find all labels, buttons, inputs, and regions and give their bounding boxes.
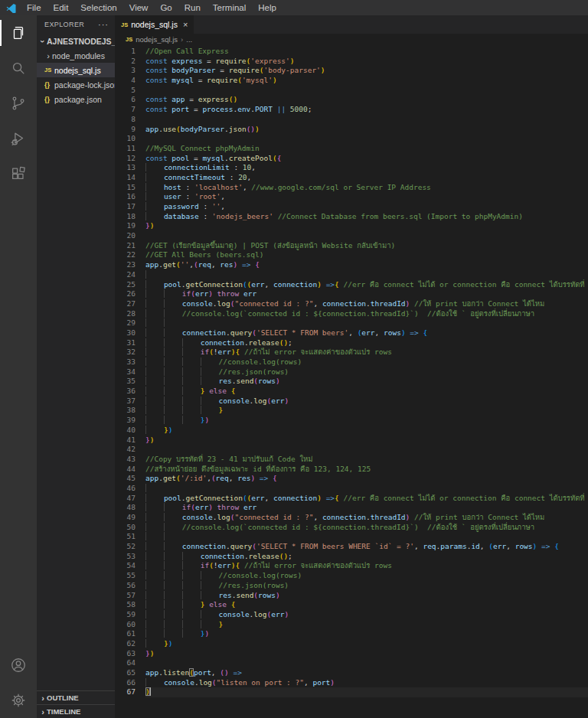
close-icon[interactable]: × [183, 20, 188, 29]
code-line[interactable]: const port = process.env.PORT || 5000; [145, 105, 588, 115]
code-line[interactable]: //console.log(rows) [145, 357, 588, 367]
code-line[interactable]: }) [145, 221, 588, 231]
line-number[interactable]: 16 [115, 192, 136, 202]
line-number[interactable]: 8 [115, 115, 136, 125]
line-number[interactable]: 32 [115, 348, 136, 357]
line-number[interactable]: 37 [115, 397, 136, 406]
line-number[interactable]: 43 [115, 455, 136, 465]
code-line[interactable]: if(!err){ //ถ้าไม่ error จะแสดงค่าของตัว… [145, 561, 588, 571]
code-line[interactable] [145, 134, 588, 144]
code-line[interactable]: //Open Call Express [145, 47, 588, 57]
tab-nodejs-sql[interactable]: JS nodejs_sql.js × [115, 15, 194, 34]
code-line[interactable]: app.get('/:id',(req, res) => { [145, 474, 588, 484]
menu-item-selection[interactable]: Selection [74, 0, 122, 15]
code-line[interactable]: ) [145, 687, 588, 697]
line-number[interactable]: 48 [115, 503, 136, 513]
code-line[interactable]: }) [145, 629, 588, 639]
line-number[interactable]: 22 [115, 250, 136, 260]
code-line[interactable]: const app = express() [145, 95, 588, 105]
code-line[interactable]: user : 'root', [145, 192, 588, 202]
file-row-nodejs-sql-js[interactable]: JSnodejs_sql.js [37, 63, 115, 77]
line-number[interactable]: 6 [115, 95, 136, 105]
code-line[interactable]: connectionLimit : 10, [145, 163, 588, 173]
line-number[interactable]: 31 [115, 338, 136, 348]
code-line[interactable]: connection.query('SELECT * FROM beers WH… [145, 542, 588, 552]
line-number[interactable]: 41 [115, 436, 136, 445]
more-actions-icon[interactable]: ··· [98, 21, 109, 28]
menu-item-edit[interactable]: Edit [47, 0, 75, 15]
file-row-package-lock-json[interactable]: {}package-lock.json [37, 77, 115, 92]
code-line[interactable] [145, 86, 588, 96]
code-line[interactable]: database : 'nodejs_beers' //Connect Data… [145, 212, 588, 222]
breadcrumb-file[interactable]: nodejs_sql.js [136, 35, 178, 44]
menu-item-run[interactable]: Run [178, 0, 207, 15]
code-line[interactable]: host : 'localhost', //www.google.com/sql… [145, 183, 588, 193]
line-number[interactable]: 3 [115, 66, 136, 76]
line-number[interactable]: 24 [115, 270, 136, 280]
code-line[interactable]: //console.log(`connected id : ${connecti… [145, 523, 588, 533]
code-line[interactable]: //MySQL Connect phpMyAdmin [145, 144, 588, 154]
code-line[interactable] [145, 445, 588, 455]
code-line[interactable] [145, 270, 588, 280]
gutter[interactable]: 1234567891011121314151617181920212223242… [115, 47, 145, 718]
line-number[interactable]: 30 [115, 328, 136, 338]
code-line[interactable]: //GET All Beers (beers.sql) [145, 250, 588, 260]
code-line[interactable]: }) [145, 436, 588, 445]
line-number[interactable]: 49 [115, 513, 136, 523]
line-number[interactable]: 50 [115, 523, 136, 533]
line-number[interactable]: 52 [115, 542, 136, 552]
line-number[interactable]: 4 [115, 76, 136, 86]
code-line[interactable]: } [145, 406, 588, 416]
line-number[interactable]: 47 [115, 494, 136, 504]
code-line[interactable]: console.log("listen on port : ?", port) [145, 678, 588, 688]
line-number[interactable]: 53 [115, 552, 136, 562]
menu-item-view[interactable]: View [123, 0, 155, 15]
code-line[interactable]: }) [145, 649, 588, 659]
code-editor[interactable]: 1234567891011121314151617181920212223242… [115, 45, 588, 718]
run-debug-icon[interactable] [0, 121, 37, 156]
code-line[interactable]: //Copy บรรทัดที่ 23 - 41 มาปรับแก้ Code … [145, 455, 588, 465]
extensions-icon[interactable] [0, 156, 37, 191]
code-lines[interactable]: //Open Call Expressconst express = requi… [145, 47, 588, 718]
line-number[interactable]: 46 [115, 484, 136, 494]
code-line[interactable]: console.log("connected id : ?", connecti… [145, 513, 588, 523]
section-outline[interactable]: ›OUTLINE [37, 690, 115, 704]
code-line[interactable]: password : '', [145, 202, 588, 212]
code-line[interactable]: console.log(err) [145, 397, 588, 406]
code-line[interactable]: app.get('',(req, res) => { [145, 260, 588, 270]
line-number[interactable]: 1 [115, 47, 136, 57]
line-number[interactable]: 15 [115, 183, 136, 193]
line-number[interactable]: 59 [115, 610, 136, 620]
line-number[interactable]: 26 [115, 289, 136, 299]
line-number[interactable]: 18 [115, 212, 136, 222]
search-icon[interactable] [0, 51, 37, 86]
line-number[interactable]: 39 [115, 416, 136, 426]
code-line[interactable]: app.listen(port, () => [145, 668, 588, 678]
code-line[interactable]: //สร้างหน้าย่อย ดึงข้อมูลเฉพาะ id ที่ต้อ… [145, 465, 588, 475]
code-line[interactable]: //res.json(rows) [145, 367, 588, 377]
section-timeline[interactable]: ›TIMELINE [37, 704, 115, 718]
code-line[interactable]: //console.log(`connected id : ${connecti… [145, 309, 588, 319]
root-folder-row[interactable]: › AJNESTNODEJS_SQL [37, 34, 115, 48]
code-line[interactable]: //console.log(rows) [145, 571, 588, 581]
code-line[interactable]: const bodyParser = require('body-parser'… [145, 66, 588, 76]
line-number[interactable]: 40 [115, 426, 136, 436]
settings-gear-icon[interactable] [0, 683, 37, 718]
code-line[interactable]: if(err) throw err [145, 289, 588, 299]
code-line[interactable]: const express = require('express') [145, 57, 588, 67]
code-line[interactable]: pool.getConnection((err, connection) =>{… [145, 494, 588, 504]
code-line[interactable] [145, 484, 588, 494]
line-number[interactable]: 7 [115, 105, 136, 115]
code-line[interactable]: app.use(bodyParser.json()) [145, 125, 588, 135]
line-number[interactable]: 64 [115, 658, 136, 668]
code-line[interactable]: console.log("connected id : ?", connecti… [145, 299, 588, 309]
code-line[interactable]: //res.json(rows) [145, 581, 588, 591]
code-line[interactable]: } else { [145, 600, 588, 610]
file-row-node-modules[interactable]: ›node_modules [37, 48, 115, 63]
breadcrumb-symbol[interactable]: ... [186, 35, 192, 44]
line-number[interactable]: 42 [115, 445, 136, 455]
line-number[interactable]: 45 [115, 474, 136, 484]
code-line[interactable]: console.log(err) [145, 610, 588, 620]
code-line[interactable]: if(!err){ //ถ้าไม่ error จะแสดงค่าของตัว… [145, 348, 588, 357]
line-number[interactable]: 33 [115, 357, 136, 367]
